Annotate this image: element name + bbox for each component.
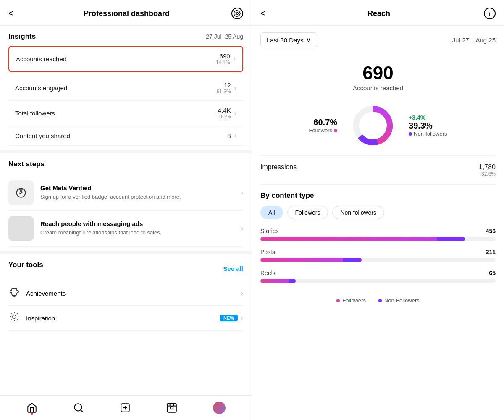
date-filter-label: Last 30 Days	[267, 37, 304, 44]
donut-left: 60.7% Followers	[309, 118, 337, 134]
donut-section: 60.7% Followers	[252, 96, 504, 155]
metric-label-reached: Accounts reached	[16, 55, 66, 63]
by-content-title: By content type	[260, 192, 496, 200]
metric-total-followers[interactable]: Total followers 4.4K -0.5% ›	[8, 101, 243, 126]
metric-right-followers: 4.4K -0.5% ›	[218, 107, 236, 120]
bar-fill-purple-posts	[343, 258, 362, 262]
step-meta-verified[interactable]: Get Meta Verified Sign up for a verified…	[8, 175, 243, 211]
reach-header: < Reach i	[252, 0, 504, 26]
nav-add[interactable]	[120, 402, 131, 413]
chevron-icon: ›	[234, 110, 236, 117]
legend-dot-pink	[336, 299, 340, 302]
step-meta-content: Get Meta Verified Sign up for a verified…	[40, 184, 234, 201]
chevron-icon: ›	[241, 189, 243, 197]
insights-date: 27 Jul–25 Aug	[206, 33, 243, 40]
bar-fill-purple-reels	[289, 279, 296, 283]
tool-left-achievements: Achievements	[8, 287, 66, 299]
by-content-section: By content type All Followers Non-follow…	[252, 185, 504, 310]
bar-posts-label-row: Posts 211	[260, 249, 496, 255]
donut-chart	[350, 102, 396, 149]
settings-icon[interactable]	[231, 8, 243, 19]
bar-stories-label-row: Stories 456	[260, 228, 496, 234]
filter-tabs: All Followers Non-followers	[260, 206, 496, 219]
metric-accounts-engaged[interactable]: Accounts engaged 12 -61.3% ›	[8, 76, 243, 101]
nav-profile[interactable]	[213, 402, 226, 414]
achievements-icon	[8, 287, 20, 299]
metric-right-engaged: 12 -61.3% ›	[215, 81, 236, 94]
tool-right-achievements: ›	[241, 289, 243, 297]
bar-label-posts: Posts	[260, 249, 275, 255]
legend-dot-purple	[378, 299, 382, 302]
metric-label-engaged: Accounts engaged	[15, 84, 67, 92]
messaging-ads-icon-box	[8, 216, 34, 241]
legend-nonfollowers: Non-Followers	[378, 297, 420, 304]
date-filter-row: Last 30 Days ∨ Jul 27 – Aug 25	[252, 26, 504, 54]
bar-reels-label-row: Reels 65	[260, 270, 496, 276]
bar-track-reels	[260, 279, 496, 283]
tab-followers[interactable]: Followers	[287, 206, 328, 219]
svg-point-2	[13, 315, 16, 318]
impressions-label: Impressions	[260, 163, 297, 171]
profile-avatar	[213, 402, 226, 414]
chevron-icon: ›	[234, 55, 236, 63]
svg-line-5	[11, 313, 11, 314]
reach-back-button[interactable]: <	[260, 8, 274, 19]
tool-right-inspiration: NEW ›	[220, 314, 243, 322]
step-ads-title: Reach people with messaging ads	[40, 220, 234, 227]
inspiration-icon	[8, 312, 20, 324]
section-divider-2	[0, 251, 252, 254]
info-icon[interactable]: i	[484, 8, 496, 19]
bar-fill-pink-posts	[260, 258, 343, 262]
left-panel: < Professional dashboard Insights 27 Jul…	[0, 0, 252, 420]
nonfollowers-pct: 39.3%	[409, 121, 447, 131]
svg-line-9	[11, 319, 11, 320]
inspiration-label: Inspiration	[26, 315, 55, 322]
bar-track-posts	[260, 258, 496, 262]
impressions-val: 1,780 -32.6%	[479, 163, 496, 177]
legend-followers-label: Followers	[342, 297, 366, 304]
section-divider	[0, 150, 252, 153]
insights-section: Insights 27 Jul–25 Aug Accounts reached …	[0, 26, 252, 146]
see-all-button[interactable]: See all	[223, 265, 243, 272]
step-ads-content: Reach people with messaging ads Create m…	[40, 220, 234, 236]
metric-label-followers: Total followers	[15, 110, 55, 117]
metric-right-content: 8 ›	[227, 132, 236, 139]
chevron-down-icon: ∨	[306, 36, 311, 44]
bar-reels: Reels 65	[260, 270, 496, 283]
metric-value-reached: 690 -14.1%	[214, 52, 230, 66]
legend-nonfollowers-label: Non-Followers	[384, 297, 420, 304]
nav-home[interactable]	[26, 402, 37, 413]
metric-accounts-reached[interactable]: Accounts reached 690 -14.1% ›	[8, 46, 243, 72]
bar-label-stories: Stories	[260, 228, 279, 234]
dashboard-title: Professional dashboard	[22, 9, 231, 18]
tool-left-inspiration: Inspiration	[8, 312, 55, 324]
bar-label-reels: Reels	[260, 270, 276, 276]
tool-achievements[interactable]: Achievements ›	[8, 281, 243, 306]
svg-point-11	[74, 404, 81, 411]
nav-search[interactable]	[73, 402, 84, 413]
nonfollowers-change: +3.4%	[409, 114, 447, 121]
chevron-icon: ›	[241, 289, 243, 297]
step-meta-title: Get Meta Verified	[40, 184, 234, 192]
achievements-label: Achievements	[26, 290, 66, 297]
legend-followers: Followers	[336, 297, 366, 304]
date-filter-button[interactable]: Last 30 Days ∨	[260, 32, 317, 47]
insights-label: Insights	[8, 32, 36, 41]
step-meta-desc: Sign up for a verified badge, account pr…	[40, 193, 234, 201]
followers-dot	[334, 129, 337, 132]
nav-reels[interactable]	[166, 402, 177, 413]
chevron-icon: ›	[241, 314, 243, 322]
your-tools-title: Your tools	[8, 261, 43, 269]
tab-nonfollowers[interactable]: Non-followers	[332, 206, 384, 219]
date-range-text: Jul 27 – Aug 25	[452, 37, 496, 44]
your-tools-section: Your tools See all A	[0, 254, 252, 331]
metric-label-content: Content you shared	[15, 132, 70, 139]
impressions-row[interactable]: Impressions 1,780 -32.6%	[252, 156, 504, 184]
step-messaging-ads[interactable]: Reach people with messaging ads Create m…	[8, 211, 243, 247]
tab-all[interactable]: All	[260, 206, 283, 219]
tool-inspiration[interactable]: Inspiration NEW ›	[8, 306, 243, 331]
metric-content-shared[interactable]: Content you shared 8 ›	[8, 126, 243, 146]
back-button[interactable]: <	[8, 8, 22, 19]
chevron-icon: ›	[234, 132, 236, 139]
metric-right-reached: 690 -14.1% ›	[214, 52, 236, 66]
